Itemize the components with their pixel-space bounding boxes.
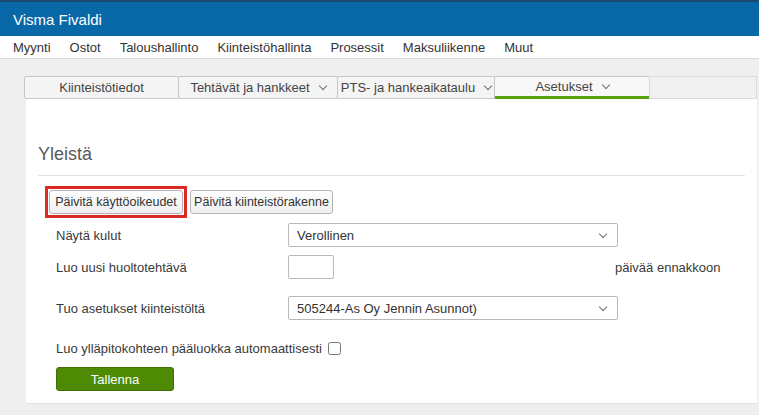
selected-value: 505244-As Oy Jennin Asunnot) bbox=[297, 301, 477, 316]
tab-tehtavat-ja-hankkeet[interactable]: Tehtävät ja hankkeet bbox=[178, 76, 338, 99]
main-menu: Myynti Ostot Taloushallinto Kiinteistöha… bbox=[0, 36, 759, 59]
days-in-advance-input[interactable] bbox=[288, 255, 334, 279]
action-button-row: Päivitä käyttöoikeudet Päivitä kiinteist… bbox=[45, 186, 745, 218]
tab-strip: Kiinteistötiedot Tehtävät ja hankkeet PT… bbox=[24, 76, 757, 99]
chevron-down-icon bbox=[599, 229, 607, 237]
tab-label: PTS- ja hankeaikataulu bbox=[341, 80, 475, 95]
update-structure-button[interactable]: Päivitä kiinteistörakenne bbox=[190, 190, 333, 214]
settings-form: Näytä kulut Verollinen Luo uusi huoltote… bbox=[56, 223, 745, 391]
tab-kiinteistotiedot[interactable]: Kiinteistötiedot bbox=[24, 76, 179, 99]
source-property-select[interactable]: 505244-As Oy Jennin Asunnot) bbox=[288, 296, 618, 320]
form-row-huoltotehtava: Luo uusi huoltotehtävä päivää ennakkoon bbox=[56, 255, 745, 279]
menu-item-prosessit[interactable]: Prosessit bbox=[330, 40, 383, 55]
auto-main-category-checkbox[interactable] bbox=[328, 342, 341, 355]
chevron-down-icon bbox=[599, 302, 607, 310]
tab-strip-filler bbox=[649, 76, 757, 99]
tab-label: Tehtävät ja hankkeet bbox=[190, 80, 309, 95]
nayta-kulut-select[interactable]: Verollinen bbox=[288, 223, 618, 247]
update-permissions-button[interactable]: Päivitä käyttöoikeudet bbox=[49, 190, 183, 214]
menu-item-taloushallinto[interactable]: Taloushallinto bbox=[120, 40, 199, 55]
tab-asetukset[interactable]: Asetukset bbox=[494, 76, 650, 99]
field-suffix: päivää ennakkoon bbox=[615, 260, 721, 275]
chevron-down-icon bbox=[601, 81, 609, 89]
field-label: Luo uusi huoltotehtävä bbox=[56, 260, 288, 275]
menu-item-ostot[interactable]: Ostot bbox=[70, 40, 101, 55]
app-title: Visma Fivaldi bbox=[13, 11, 102, 28]
menu-item-maksuliikenne[interactable]: Maksuliikenne bbox=[403, 40, 485, 55]
red-highlight-annotation: Päivitä käyttöoikeudet bbox=[45, 186, 187, 218]
content-card: Yleistä Päivitä käyttöoikeudet Päivitä k… bbox=[26, 99, 757, 404]
form-row-nayta-kulut: Näytä kulut Verollinen bbox=[56, 223, 745, 247]
chevron-down-icon bbox=[318, 82, 326, 90]
tab-label: Asetukset bbox=[535, 79, 592, 94]
menu-item-muut[interactable]: Muut bbox=[504, 40, 533, 55]
form-row-tuo-asetukset: Tuo asetukset kiinteistöltä 505244-As Oy… bbox=[56, 296, 745, 320]
tab-label: Kiinteistötiedot bbox=[59, 80, 144, 95]
field-label: Luo ylläpitokohteen pääluokka automaatti… bbox=[56, 341, 322, 356]
section-title: Yleistä bbox=[38, 99, 745, 165]
app-header: Visma Fivaldi bbox=[0, 0, 759, 36]
selected-value: Verollinen bbox=[297, 228, 354, 243]
field-label: Näytä kulut bbox=[56, 228, 288, 243]
save-button[interactable]: Tallenna bbox=[56, 367, 174, 391]
tab-pts-ja-hankeaikataulu[interactable]: PTS- ja hankeaikataulu bbox=[337, 76, 495, 99]
menu-item-myynti[interactable]: Myynti bbox=[13, 40, 51, 55]
menu-item-kiinteistohallinta[interactable]: Kiinteistöhallinta bbox=[217, 40, 311, 55]
chevron-down-icon bbox=[484, 82, 492, 90]
field-label: Tuo asetukset kiinteistöltä bbox=[56, 301, 288, 316]
section-divider bbox=[38, 175, 745, 176]
form-row-paaluokka-checkbox: Luo ylläpitokohteen pääluokka automaatti… bbox=[56, 341, 745, 355]
